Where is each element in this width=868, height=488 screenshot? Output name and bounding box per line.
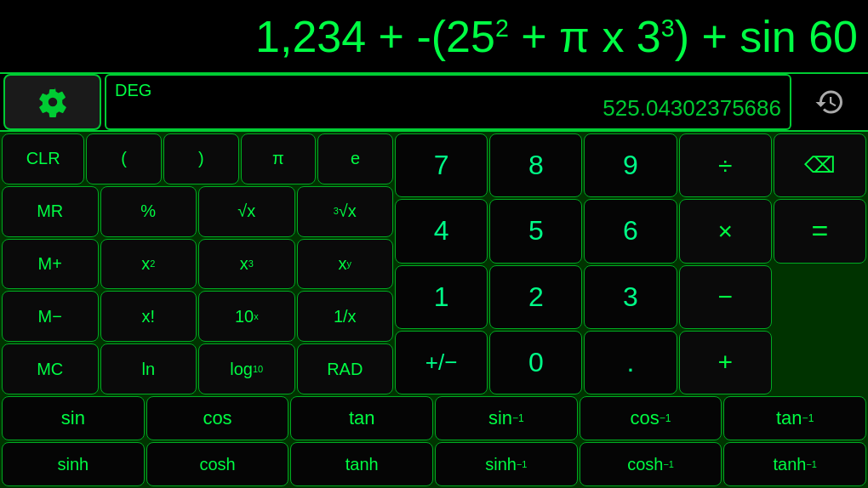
key-7[interactable]: 7 [395, 133, 488, 197]
expression-line: 1,234 + -(252 + π x 33) + sin 60 [0, 0, 868, 72]
deg-result-section: DEG 525.04302375686 [105, 74, 791, 130]
equals-button-right[interactable]: = [774, 199, 866, 263]
atanh-button[interactable]: tanh−1 [723, 442, 866, 486]
key-1[interactable]: 1 [395, 265, 488, 329]
xsq-button[interactable]: x2 [100, 239, 197, 290]
mplus-button[interactable]: M+ [2, 239, 99, 290]
key-4[interactable]: 4 [395, 199, 488, 263]
left-row2: MR % √x 3√x [2, 186, 393, 237]
cosh-button[interactable]: cosh [146, 442, 289, 486]
deg-label: DEG [115, 81, 151, 100]
asin-button[interactable]: sin−1 [435, 396, 578, 440]
result-bar: DEG 525.04302375686 [0, 72, 868, 132]
multiply-button[interactable]: × [679, 199, 772, 263]
tanh-button[interactable]: tanh [290, 442, 433, 486]
acos-button[interactable]: cos−1 [580, 396, 722, 440]
history-button[interactable] [791, 74, 868, 130]
cbrt-button[interactable]: 3√x [297, 186, 394, 237]
atan-button[interactable]: tan−1 [723, 396, 866, 440]
key-9[interactable]: 9 [584, 133, 677, 197]
key-6[interactable]: 6 [584, 199, 677, 263]
cos-button[interactable]: cos [146, 396, 289, 440]
num-row2: 4 5 6 × = [395, 199, 866, 263]
spacer2 [774, 331, 866, 394]
close-paren-button[interactable]: ) [163, 133, 239, 184]
key-3[interactable]: 3 [584, 265, 677, 329]
factorial-button[interactable]: x! [100, 291, 197, 342]
sinh-button[interactable]: sinh [2, 442, 145, 486]
result-value: 525.04302375686 [602, 95, 781, 122]
settings-button[interactable] [3, 74, 101, 130]
left-row4: M− x! 10x 1/x [2, 291, 393, 342]
key-5[interactable]: 5 [489, 199, 582, 263]
left-keys: CLR ( ) π e MR % √x 3√x M+ x2 x3 xy [2, 133, 393, 394]
trig-row2: sinh cosh tanh sinh−1 cosh−1 tanh−1 [2, 442, 866, 486]
mr-button[interactable]: MR [2, 186, 99, 237]
pi-button[interactable]: π [241, 133, 317, 184]
num-row3: 1 2 3 − [395, 265, 866, 329]
spacer1 [774, 265, 866, 329]
expression-text: 1,234 + -(252 + π x 33) + sin 60 [255, 11, 858, 62]
plusminus-button[interactable]: +/− [395, 331, 488, 394]
num-row4: +/− 0 . + [395, 331, 866, 394]
key-2[interactable]: 2 [489, 265, 582, 329]
tan-button[interactable]: tan [290, 396, 433, 440]
e-button[interactable]: e [317, 133, 393, 184]
clr-button[interactable]: CLR [2, 133, 84, 184]
num-row1: 7 8 9 ÷ ⌫ [395, 133, 866, 197]
add-button[interactable]: + [679, 331, 772, 394]
sin-button[interactable]: sin [2, 396, 145, 440]
xcb-button[interactable]: x3 [198, 239, 295, 290]
10x-button[interactable]: 10x [198, 291, 295, 342]
reciprocal-button[interactable]: 1/x [297, 291, 394, 342]
subtract-button[interactable]: − [679, 265, 772, 329]
rad-button[interactable]: RAD [297, 343, 394, 394]
keypad: CLR ( ) π e MR % √x 3√x M+ x2 x3 xy [0, 132, 868, 488]
xpowy-button[interactable]: xy [297, 239, 394, 290]
key-8[interactable]: 8 [489, 133, 582, 197]
open-paren-button[interactable]: ( [86, 133, 162, 184]
left-row3: M+ x2 x3 xy [2, 239, 393, 290]
backspace-button[interactable]: ⌫ [774, 133, 866, 197]
trig-row1: sin cos tan sin−1 cos−1 tan−1 [2, 396, 866, 440]
percent-button[interactable]: % [100, 186, 197, 237]
left-row1: CLR ( ) π e [2, 133, 393, 184]
left-row5: MC ln log10 RAD [2, 343, 393, 394]
log10-button[interactable]: log10 [198, 343, 295, 394]
ln-button[interactable]: ln [100, 343, 197, 394]
display-area: 1,234 + -(252 + π x 33) + sin 60 DEG 525… [0, 0, 868, 132]
asinh-button[interactable]: sinh−1 [435, 442, 578, 486]
decimal-button[interactable]: . [584, 331, 677, 394]
divide-button[interactable]: ÷ [679, 133, 772, 197]
mminus-button[interactable]: M− [2, 291, 99, 342]
key-0[interactable]: 0 [489, 331, 582, 394]
right-keys: 7 8 9 ÷ ⌫ 4 5 6 × = 1 2 3 − [395, 133, 866, 394]
mc-button[interactable]: MC [2, 343, 99, 394]
sqrt-button[interactable]: √x [198, 186, 295, 237]
acosh-button[interactable]: cosh−1 [580, 442, 722, 486]
